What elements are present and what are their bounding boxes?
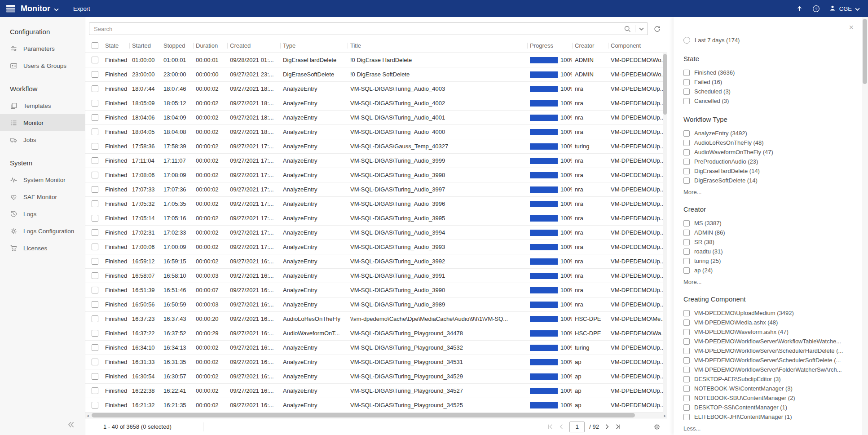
table-row[interactable]: Finished18:05:0918:05:1200:00:0209/27/20… [85, 96, 667, 111]
table-row[interactable]: Finished17:58:3617:58:3900:00:0209/27/20… [85, 139, 667, 154]
table-row[interactable]: Finished16:58:0716:58:1000:00:0309/27/20… [85, 269, 667, 283]
table-row[interactable]: Finished17:05:3217:05:3500:00:0209/27/20… [85, 197, 667, 211]
row-checkbox[interactable] [92, 157, 98, 164]
filter-panel-scrollbar-thumb[interactable] [863, 19, 867, 84]
search-icon[interactable] [624, 25, 631, 33]
checkbox[interactable] [683, 395, 690, 401]
checkbox[interactable] [683, 98, 690, 104]
row-checkbox[interactable] [92, 359, 98, 365]
sidebar-item-system-monitor[interactable]: System Monitor [0, 171, 85, 188]
filter-option-admin-86[interactable]: ADMIN (86) [683, 228, 850, 237]
sidebar-item-logs[interactable]: Logs [0, 205, 85, 222]
row-checkbox[interactable] [92, 186, 98, 193]
checkbox[interactable] [683, 220, 690, 226]
sidebar-item-jobs[interactable]: Jobs [0, 131, 85, 148]
filter-option-vm-dpedemo-media-ashx-48[interactable]: VM-DPEDEMO\Media.ashx (48) [683, 318, 850, 327]
row-checkbox[interactable] [92, 172, 98, 178]
column-header-state[interactable]: State [102, 39, 129, 53]
sidebar-item-saf-monitor[interactable]: SAF Monitor [0, 188, 85, 205]
checkbox[interactable] [683, 404, 690, 411]
checkbox[interactable] [683, 310, 690, 316]
menu-export[interactable]: Export [73, 5, 90, 12]
column-header-progress[interactable]: Progress [527, 39, 572, 53]
row-checkbox[interactable] [92, 85, 98, 92]
checkbox[interactable] [683, 70, 690, 76]
column-header-type[interactable]: Type [280, 39, 348, 53]
search-input[interactable] [89, 26, 624, 32]
column-header-duration[interactable]: Duration [193, 39, 227, 53]
checkbox[interactable] [683, 249, 690, 255]
user-menu[interactable]: CGE [829, 4, 860, 13]
filter-option-cancelled-3[interactable]: Cancelled (3) [683, 96, 850, 106]
sidebar-item-parameters[interactable]: Parameters [0, 40, 85, 57]
checkbox[interactable] [683, 168, 690, 174]
filter-option-ap-24[interactable]: ap (24) [683, 266, 850, 275]
table-row[interactable]: Finished17:11:0417:11:0700:00:0209/27/20… [85, 154, 667, 168]
table-row[interactable]: Finished16:34:1016:34:1300:00:0209/27/20… [85, 341, 667, 355]
filter-option-digerasesoftdelete-14[interactable]: DigEraseSoftDelete (14) [683, 176, 850, 185]
table-row[interactable]: Finished16:22:3816:22:4100:00:0209/27/20… [85, 384, 667, 398]
checkbox[interactable] [683, 89, 690, 95]
checkbox[interactable] [683, 329, 690, 335]
filter-option-vm-dpedemo-workflowserver-schedulersoftd[interactable]: VM-DPEDEMO\WorkflowServer\SchedulerSoftD… [683, 355, 850, 365]
row-checkbox[interactable] [92, 114, 98, 121]
filter-option-notebook-sbu-contentmanager-2[interactable]: NOTEBOOK-SBU\ContentManager (2) [683, 393, 850, 403]
table-row[interactable]: Finished16:31:3316:31:3500:00:0209/27/20… [85, 355, 667, 369]
row-checkbox[interactable] [92, 129, 98, 135]
sidebar-item-templates[interactable]: Templates [0, 97, 85, 114]
row-checkbox[interactable] [92, 57, 98, 63]
checkbox[interactable] [683, 79, 690, 85]
row-checkbox[interactable] [92, 387, 98, 394]
previous-page-button[interactable] [558, 423, 565, 430]
column-header-stopped[interactable]: Stopped [161, 39, 193, 53]
filter-option-vm-dpedemo-waveform-ashx-47[interactable]: VM-DPEDEMO\Waveform.ashx (47) [683, 327, 850, 337]
filter-option-elitebook-jhi-contentmanager-1[interactable]: ELITEBOOK-JHI\ContentManager (1) [683, 412, 850, 422]
checkbox[interactable] [683, 258, 690, 264]
filter-option-failed-16[interactable]: Failed (16) [683, 77, 850, 87]
checkbox[interactable] [683, 140, 690, 146]
close-icon[interactable]: × [849, 23, 854, 31]
checkbox[interactable] [683, 414, 690, 420]
filter-option-vm-dpedemo-uploadmedium-3492[interactable]: VM-DPEDEMO\UploadMedium (3492) [683, 308, 850, 318]
row-checkbox[interactable] [92, 229, 98, 236]
help-icon[interactable]: ? [812, 5, 820, 13]
row-checkbox[interactable] [92, 330, 98, 337]
table-row[interactable]: Finished17:00:0617:00:0900:00:0209/27/20… [85, 240, 667, 254]
table-row[interactable]: Finished18:07:4418:07:4600:00:0209/27/20… [85, 82, 667, 96]
table-row[interactable]: Finished16:30:5416:30:5700:00:0209/27/20… [85, 369, 667, 384]
filter-less-link-creating-component[interactable]: Less... [683, 425, 850, 432]
filter-option-last-7-days[interactable]: Last 7 days (174) [683, 35, 850, 45]
table-row[interactable]: Finished16:59:1216:59:1500:00:0209/27/20… [85, 254, 667, 269]
filter-option-roadtu-31[interactable]: roadtu (31) [683, 247, 850, 256]
app-logo-icon[interactable] [5, 3, 16, 14]
horizontal-scrollbar-thumb[interactable] [92, 413, 635, 417]
table-row[interactable]: Finished16:50:5616:50:5900:00:0309/27/20… [85, 297, 667, 312]
filter-option-vm-dpedemo-workflowserver-schedulerhardd[interactable]: VM-DPEDEMO\WorkflowServer\SchedulerHardD… [683, 346, 850, 355]
table-settings-gear-icon[interactable] [653, 423, 661, 431]
filter-option-vm-dpedemo-workflowserver-folderwatchers[interactable]: VM-DPEDEMO\WorkflowServer\FolderWatcherS… [683, 365, 850, 374]
row-checkbox[interactable] [92, 272, 98, 279]
filter-option-analyzeentry-3492[interactable]: AnalyzeEntry (3492) [683, 129, 850, 138]
filter-more-link-workflow-type[interactable]: More... [683, 189, 850, 195]
filter-more-link-creator[interactable]: More... [683, 279, 850, 285]
checkbox[interactable] [683, 320, 690, 326]
filter-option-finished-3636[interactable]: Finished (3636) [683, 68, 850, 77]
checkbox[interactable] [683, 348, 690, 354]
checkbox[interactable] [683, 386, 690, 392]
row-checkbox[interactable] [92, 143, 98, 150]
column-header-component[interactable]: Component [608, 39, 667, 53]
table-row[interactable]: Finished17:08:0617:08:0900:00:0209/27/20… [85, 168, 667, 182]
filter-option-preproductionaudio-23[interactable]: PreProductionAudio (23) [683, 157, 850, 166]
search-options-chevron-icon[interactable] [639, 27, 648, 31]
row-checkbox[interactable] [92, 373, 98, 380]
checkbox[interactable] [683, 357, 690, 364]
sidebar-item-users-groups[interactable]: Users & Groups [0, 57, 85, 74]
row-checkbox[interactable] [92, 200, 98, 207]
last-page-button[interactable] [615, 423, 621, 430]
row-checkbox[interactable] [92, 402, 98, 408]
sidebar-item-monitor[interactable]: Monitor [0, 114, 85, 131]
row-checkbox[interactable] [92, 315, 98, 322]
table-row[interactable]: Finished23:00:0023:00:0000:00:0009/27/20… [85, 67, 667, 82]
table-row[interactable]: Finished16:51:3916:51:4600:00:0709/27/20… [85, 283, 667, 297]
radio-button[interactable] [683, 37, 690, 44]
